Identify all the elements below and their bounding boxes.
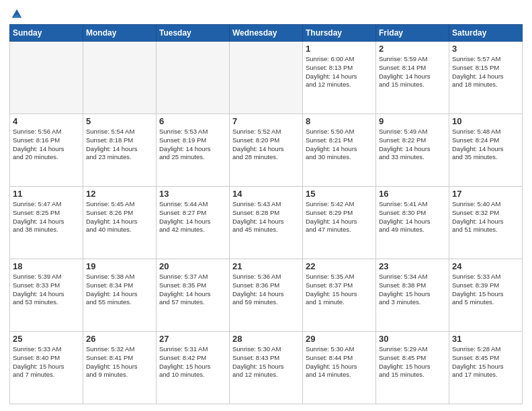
cell-info: Sunrise: 5:42 AM Sunset: 8:29 PM Dayligh…: [306, 200, 373, 234]
day-number: 30: [379, 334, 446, 344]
cell-info: Sunrise: 5:33 AM Sunset: 8:39 PM Dayligh…: [452, 273, 519, 307]
day-number: 1: [306, 44, 373, 54]
header-row: SundayMondayTuesdayWednesdayThursdayFrid…: [10, 25, 523, 42]
day-number: 13: [159, 189, 226, 199]
logo: [9, 7, 23, 20]
week-row-3: 11Sunrise: 5:47 AM Sunset: 8:25 PM Dayli…: [10, 187, 523, 259]
cell-info: Sunrise: 5:52 AM Sunset: 8:20 PM Dayligh…: [232, 128, 300, 162]
cell-2-7: 10Sunrise: 5:48 AM Sunset: 8:24 PM Dayli…: [449, 114, 523, 187]
cell-info: Sunrise: 5:40 AM Sunset: 8:32 PM Dayligh…: [452, 200, 519, 234]
cell-info: Sunrise: 5:28 AM Sunset: 8:45 PM Dayligh…: [452, 345, 519, 379]
logo-icon: [11, 8, 23, 20]
day-number: 14: [232, 189, 300, 199]
cell-info: Sunrise: 5:38 AM Sunset: 8:34 PM Dayligh…: [86, 273, 153, 307]
cell-4-1: 18Sunrise: 5:39 AM Sunset: 8:33 PM Dayli…: [10, 259, 83, 332]
cell-4-5: 22Sunrise: 5:35 AM Sunset: 8:37 PM Dayli…: [303, 259, 376, 332]
cell-2-3: 6Sunrise: 5:53 AM Sunset: 8:19 PM Daylig…: [157, 114, 230, 187]
day-number: 9: [379, 116, 446, 126]
cell-info: Sunrise: 5:31 AM Sunset: 8:42 PM Dayligh…: [159, 345, 226, 379]
cell-4-7: 24Sunrise: 5:33 AM Sunset: 8:39 PM Dayli…: [449, 259, 523, 332]
cell-info: Sunrise: 5:48 AM Sunset: 8:24 PM Dayligh…: [452, 128, 519, 162]
cell-1-7: 3Sunrise: 5:57 AM Sunset: 8:15 PM Daylig…: [449, 42, 523, 114]
day-number: 19: [86, 261, 153, 271]
day-number: 3: [452, 44, 519, 54]
cell-3-6: 16Sunrise: 5:41 AM Sunset: 8:30 PM Dayli…: [376, 187, 449, 259]
day-number: 16: [379, 189, 446, 199]
cell-info: Sunrise: 5:50 AM Sunset: 8:21 PM Dayligh…: [306, 128, 373, 162]
day-header-monday: Monday: [83, 25, 157, 42]
cell-info: Sunrise: 5:36 AM Sunset: 8:36 PM Dayligh…: [232, 273, 300, 307]
day-number: 21: [232, 261, 300, 271]
cell-2-2: 5Sunrise: 5:54 AM Sunset: 8:18 PM Daylig…: [83, 114, 157, 187]
cell-3-3: 13Sunrise: 5:44 AM Sunset: 8:27 PM Dayli…: [157, 187, 230, 259]
day-number: 4: [13, 116, 80, 126]
cell-1-5: 1Sunrise: 6:00 AM Sunset: 8:13 PM Daylig…: [303, 42, 376, 114]
week-row-5: 25Sunrise: 5:33 AM Sunset: 8:40 PM Dayli…: [10, 332, 523, 404]
day-number: 17: [452, 189, 519, 199]
cell-4-4: 21Sunrise: 5:36 AM Sunset: 8:36 PM Dayli…: [230, 259, 303, 332]
page: SundayMondayTuesdayWednesdayThursdayFrid…: [0, 0, 532, 411]
cell-5-1: 25Sunrise: 5:33 AM Sunset: 8:40 PM Dayli…: [10, 332, 83, 404]
day-number: 27: [159, 334, 226, 344]
day-number: 25: [13, 334, 80, 344]
cell-5-4: 28Sunrise: 5:30 AM Sunset: 8:43 PM Dayli…: [230, 332, 303, 404]
day-number: 2: [379, 44, 446, 54]
cell-info: Sunrise: 5:44 AM Sunset: 8:27 PM Dayligh…: [159, 200, 226, 234]
cell-info: Sunrise: 5:41 AM Sunset: 8:30 PM Dayligh…: [379, 200, 446, 234]
week-row-4: 18Sunrise: 5:39 AM Sunset: 8:33 PM Dayli…: [10, 259, 523, 332]
day-number: 12: [86, 189, 153, 199]
day-number: 29: [306, 334, 373, 344]
cell-info: Sunrise: 5:34 AM Sunset: 8:38 PM Dayligh…: [379, 273, 446, 307]
day-number: 22: [306, 261, 373, 271]
day-number: 26: [86, 334, 153, 344]
day-header-wednesday: Wednesday: [230, 25, 303, 42]
cell-4-2: 19Sunrise: 5:38 AM Sunset: 8:34 PM Dayli…: [83, 259, 157, 332]
cell-1-3: [157, 42, 230, 114]
cell-3-1: 11Sunrise: 5:47 AM Sunset: 8:25 PM Dayli…: [10, 187, 83, 259]
cell-1-2: [83, 42, 157, 114]
cell-2-1: 4Sunrise: 5:56 AM Sunset: 8:16 PM Daylig…: [10, 114, 83, 187]
day-header-friday: Friday: [376, 25, 449, 42]
cell-4-6: 23Sunrise: 5:34 AM Sunset: 8:38 PM Dayli…: [376, 259, 449, 332]
cell-info: Sunrise: 5:37 AM Sunset: 8:35 PM Dayligh…: [159, 273, 226, 307]
cell-4-3: 20Sunrise: 5:37 AM Sunset: 8:35 PM Dayli…: [157, 259, 230, 332]
cell-3-7: 17Sunrise: 5:40 AM Sunset: 8:32 PM Dayli…: [449, 187, 523, 259]
day-number: 23: [379, 261, 446, 271]
day-number: 24: [452, 261, 519, 271]
cell-5-7: 31Sunrise: 5:28 AM Sunset: 8:45 PM Dayli…: [449, 332, 523, 404]
cell-3-2: 12Sunrise: 5:45 AM Sunset: 8:26 PM Dayli…: [83, 187, 157, 259]
day-number: 18: [13, 261, 80, 271]
cell-2-5: 8Sunrise: 5:50 AM Sunset: 8:21 PM Daylig…: [303, 114, 376, 187]
week-row-2: 4Sunrise: 5:56 AM Sunset: 8:16 PM Daylig…: [10, 114, 523, 187]
day-number: 5: [86, 116, 153, 126]
cell-5-3: 27Sunrise: 5:31 AM Sunset: 8:42 PM Dayli…: [157, 332, 230, 404]
day-number: 7: [232, 116, 300, 126]
cell-info: Sunrise: 5:53 AM Sunset: 8:19 PM Dayligh…: [159, 128, 226, 162]
cell-info: Sunrise: 5:49 AM Sunset: 8:22 PM Dayligh…: [379, 128, 446, 162]
day-number: 11: [13, 189, 80, 199]
cell-2-4: 7Sunrise: 5:52 AM Sunset: 8:20 PM Daylig…: [230, 114, 303, 187]
day-header-thursday: Thursday: [303, 25, 376, 42]
cell-info: Sunrise: 5:30 AM Sunset: 8:44 PM Dayligh…: [306, 345, 373, 379]
week-row-1: 1Sunrise: 6:00 AM Sunset: 8:13 PM Daylig…: [10, 42, 523, 114]
cell-info: Sunrise: 5:35 AM Sunset: 8:37 PM Dayligh…: [306, 273, 373, 307]
cell-3-4: 14Sunrise: 5:43 AM Sunset: 8:28 PM Dayli…: [230, 187, 303, 259]
day-number: 20: [159, 261, 226, 271]
day-number: 6: [159, 116, 226, 126]
cell-info: Sunrise: 5:33 AM Sunset: 8:40 PM Dayligh…: [13, 345, 80, 379]
cell-1-1: [10, 42, 83, 114]
day-header-tuesday: Tuesday: [157, 25, 230, 42]
cell-info: Sunrise: 5:59 AM Sunset: 8:14 PM Dayligh…: [379, 55, 446, 89]
day-header-sunday: Sunday: [10, 25, 83, 42]
cell-info: Sunrise: 6:00 AM Sunset: 8:13 PM Dayligh…: [306, 55, 373, 89]
cell-5-6: 30Sunrise: 5:29 AM Sunset: 8:45 PM Dayli…: [376, 332, 449, 404]
cell-info: Sunrise: 5:45 AM Sunset: 8:26 PM Dayligh…: [86, 200, 153, 234]
day-number: 8: [306, 116, 373, 126]
day-number: 28: [232, 334, 300, 344]
cell-info: Sunrise: 5:43 AM Sunset: 8:28 PM Dayligh…: [232, 200, 300, 234]
cell-info: Sunrise: 5:29 AM Sunset: 8:45 PM Dayligh…: [379, 345, 446, 379]
day-number: 31: [452, 334, 519, 344]
cell-5-5: 29Sunrise: 5:30 AM Sunset: 8:44 PM Dayli…: [303, 332, 376, 404]
cell-info: Sunrise: 5:30 AM Sunset: 8:43 PM Dayligh…: [232, 345, 300, 379]
cell-info: Sunrise: 5:32 AM Sunset: 8:41 PM Dayligh…: [86, 345, 153, 379]
